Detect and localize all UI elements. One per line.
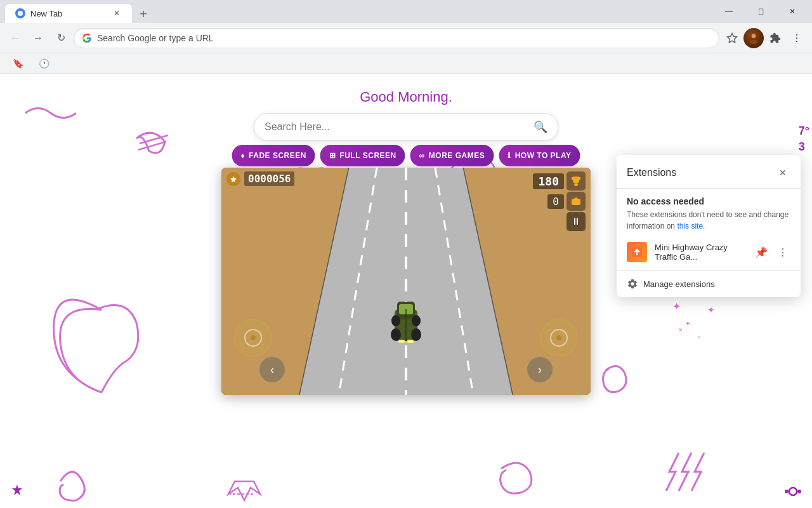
tab-strip: New Tab ✕ +: [5, 0, 709, 23]
score-display: 0000056: [244, 171, 294, 186]
svg-text:✦: ✦: [672, 301, 681, 312]
fullscreen-icon: ⊞: [329, 151, 336, 160]
user-avatar: [743, 28, 764, 48]
refresh-btn[interactable]: ↻: [51, 28, 71, 48]
ext-this-site-link[interactable]: this site.: [677, 222, 705, 231]
coins-display: 0: [547, 194, 564, 209]
game-hud: 0000056 180 0: [221, 168, 591, 235]
svg-point-2: [750, 39, 757, 44]
page-content: ✦ ✦ ✦ ✦ × × Good Morning.: [0, 74, 812, 508]
nav-arrow-left[interactable]: ‹: [259, 357, 285, 382]
window-controls: — ⎕ ✕: [714, 1, 807, 22]
browser-toolbar: ← → ↻ Search Google or type a URL: [0, 23, 812, 53]
svg-point-25: [391, 328, 401, 341]
ext-header: Extensions ✕: [617, 155, 801, 185]
svg-rect-29: [398, 340, 405, 343]
howto-label: HOW TO PLAY: [515, 151, 572, 160]
svg-rect-30: [407, 340, 414, 343]
svg-text:×: ×: [698, 334, 701, 340]
ext-subtitle: These extensions don't need to see and c…: [617, 209, 801, 237]
history-icon: 🕐: [39, 58, 49, 69]
svg-point-3: [796, 34, 797, 35]
toolbar-right: [722, 28, 807, 48]
active-tab[interactable]: New Tab ✕: [5, 4, 132, 23]
svg-point-40: [797, 490, 801, 493]
svg-point-37: [556, 335, 561, 340]
tab-close-btn[interactable]: ✕: [112, 8, 122, 18]
svg-point-38: [789, 488, 797, 495]
search-input[interactable]: [265, 121, 534, 133]
back-btn[interactable]: ←: [5, 28, 25, 48]
svg-point-26: [411, 328, 421, 341]
maximize-btn[interactable]: ⎕: [746, 1, 775, 22]
bookmarks-bar: 🔖 🕐: [0, 53, 812, 74]
close-btn[interactable]: ✕: [778, 1, 807, 22]
minimize-btn[interactable]: —: [714, 1, 743, 22]
google-icon: [82, 33, 92, 43]
more-label: MORE GAMES: [429, 151, 485, 160]
forward-btn[interactable]: →: [28, 28, 48, 48]
howto-icon: ℹ: [508, 151, 511, 160]
right-edge-numbers: 7° 3: [799, 124, 812, 154]
svg-point-35: [251, 335, 256, 340]
ext-manage-text: Manage extensions: [643, 279, 715, 289]
gear-icon: [627, 278, 638, 290]
camera-icon-btn: [566, 192, 586, 211]
left-control[interactable]: [234, 319, 272, 357]
address-bar[interactable]: Search Google or type a URL: [74, 28, 719, 48]
bookmark-item[interactable]: 🔖: [8, 56, 29, 71]
history-bookmark[interactable]: 🕐: [34, 56, 55, 71]
tab-title: New Tab: [30, 9, 107, 18]
ext-item: Mini Highway Crazy Traffic Ga... 📌 ⋮: [617, 237, 801, 267]
svg-point-0: [18, 11, 23, 16]
svg-text:✦: ✦: [685, 320, 690, 327]
search-box[interactable]: 🔍: [254, 113, 558, 141]
ext-title: Extensions: [627, 167, 676, 178]
ext-close-btn[interactable]: ✕: [775, 165, 790, 180]
svg-point-1: [752, 34, 756, 38]
ext-divider-1: [617, 188, 801, 189]
game-toolbar: ♦ FADE SCREEN ⊞ FULL SCREEN ∞ MORE GAMES…: [232, 145, 580, 166]
avatar-btn[interactable]: [743, 28, 764, 48]
fade-screen-btn[interactable]: ♦ FADE SCREEN: [232, 145, 315, 166]
manage-extensions-btn[interactable]: Manage extensions: [617, 273, 801, 297]
search-icon[interactable]: 🔍: [534, 120, 547, 134]
bottom-left-icon[interactable]: [10, 484, 24, 500]
svg-point-5: [796, 41, 797, 42]
fullscreen-label: FULL SCREEN: [339, 151, 396, 160]
puzzle-icon: [769, 32, 781, 44]
score-area: 0000056: [226, 171, 294, 186]
extensions-popup: Extensions ✕ No access needed These exte…: [617, 155, 801, 297]
game-frame[interactable]: 0000056 180 0: [221, 168, 591, 395]
title-bar: New Tab ✕ + — ⎕ ✕: [0, 0, 812, 23]
more-icon: ∞: [419, 151, 425, 160]
menu-btn[interactable]: [787, 28, 807, 48]
svg-text:✦: ✦: [707, 305, 715, 315]
nav-arrow-right[interactable]: ›: [527, 357, 553, 382]
right-control[interactable]: [540, 319, 578, 357]
more-games-btn[interactable]: ∞ MORE GAMES: [410, 145, 494, 166]
full-screen-btn[interactable]: ⊞ FULL SCREEN: [320, 145, 405, 166]
how-to-play-btn[interactable]: ℹ HOW TO PLAY: [499, 145, 580, 166]
ext-menu-btn[interactable]: ⋮: [775, 244, 790, 260]
svg-point-28: [412, 315, 421, 326]
score-icon: [226, 172, 240, 186]
edge-num-1: 7°: [799, 124, 809, 138]
bottom-right-icon[interactable]: [784, 483, 802, 503]
speed-display: 180: [533, 173, 564, 189]
extensions-btn[interactable]: [765, 28, 785, 48]
svg-text:×: ×: [679, 326, 683, 333]
player-car: [390, 297, 422, 351]
pause-btn[interactable]: ⏸: [566, 212, 586, 231]
hud-right: 180 0: [533, 171, 586, 231]
fade-icon: ♦: [240, 151, 245, 160]
ext-favicon: [627, 242, 647, 262]
bookmark-star-btn[interactable]: [722, 28, 742, 48]
star-icon: [726, 32, 738, 44]
game-scene: 0000056 180 0: [221, 168, 591, 395]
dots-icon: [791, 32, 802, 44]
svg-point-39: [785, 490, 789, 493]
new-tab-btn[interactable]: +: [134, 5, 152, 23]
address-text: Search Google or type a URL: [97, 33, 711, 43]
edge-num-2: 3: [799, 140, 809, 154]
